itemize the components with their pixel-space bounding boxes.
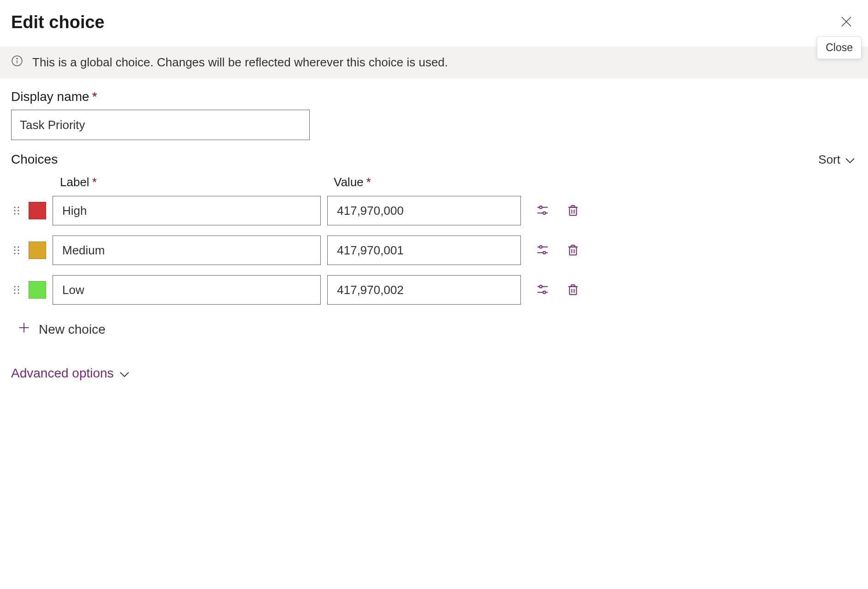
display-name-input[interactable] <box>11 110 310 140</box>
value-column-header: Value* <box>334 175 527 189</box>
display-name-label: Display name* <box>11 89 857 104</box>
svg-point-36 <box>18 289 19 290</box>
choice-delete-button[interactable] <box>564 202 582 219</box>
choice-label-input[interactable] <box>53 275 321 305</box>
choice-row <box>11 236 857 265</box>
svg-point-37 <box>14 292 15 294</box>
svg-point-38 <box>18 292 19 294</box>
trash-icon <box>566 203 580 218</box>
svg-point-26 <box>540 246 543 248</box>
sliders-icon <box>536 243 549 258</box>
close-icon <box>839 23 853 30</box>
svg-point-33 <box>14 286 15 287</box>
svg-rect-29 <box>570 247 577 255</box>
trash-icon <box>566 243 580 258</box>
svg-point-14 <box>543 212 546 214</box>
svg-point-8 <box>18 210 19 211</box>
color-swatch[interactable] <box>29 281 46 299</box>
svg-point-28 <box>543 251 546 254</box>
choice-row <box>11 275 857 305</box>
svg-point-4 <box>17 58 18 59</box>
drag-handle-icon[interactable] <box>11 206 22 216</box>
choice-delete-button[interactable] <box>564 281 582 299</box>
panel-header: Edit choice Close <box>0 0 868 47</box>
choice-value-input[interactable] <box>327 196 521 225</box>
plus-icon <box>18 321 30 337</box>
choice-value-input[interactable] <box>327 275 521 305</box>
svg-point-6 <box>18 206 19 208</box>
close-button[interactable]: Close <box>836 11 857 34</box>
svg-point-19 <box>14 246 15 247</box>
svg-rect-43 <box>570 286 577 294</box>
choice-value-input[interactable] <box>327 236 521 265</box>
svg-point-12 <box>540 206 543 209</box>
svg-point-34 <box>18 286 19 287</box>
svg-point-10 <box>18 213 19 214</box>
info-bar: This is a global choice. Changes will be… <box>0 47 868 78</box>
trash-icon <box>566 283 580 298</box>
svg-point-23 <box>14 253 15 254</box>
choices-heading: Choices <box>11 152 58 167</box>
chevron-down-icon <box>845 153 855 167</box>
choice-label-input[interactable] <box>53 236 321 265</box>
choice-label-input[interactable] <box>53 196 321 225</box>
sliders-icon <box>536 283 549 298</box>
label-column-header: Label* <box>60 175 334 189</box>
svg-point-40 <box>540 285 543 288</box>
svg-point-24 <box>18 253 19 254</box>
new-choice-button[interactable]: New choice <box>0 315 117 337</box>
advanced-options-toggle[interactable]: Advanced options <box>0 337 141 381</box>
svg-point-20 <box>18 246 19 247</box>
choice-row <box>11 196 857 225</box>
sort-button[interactable]: Sort <box>818 153 857 167</box>
svg-point-7 <box>14 210 15 211</box>
choice-settings-button[interactable] <box>534 281 551 299</box>
svg-point-35 <box>14 289 15 290</box>
color-swatch[interactable] <box>29 202 46 219</box>
svg-point-5 <box>14 206 15 208</box>
required-indicator: * <box>92 89 97 104</box>
choices-column-headers: Label* Value* <box>11 175 857 196</box>
drag-handle-icon[interactable] <box>11 285 22 295</box>
svg-point-21 <box>14 249 15 251</box>
svg-point-9 <box>14 213 15 214</box>
choice-settings-button[interactable] <box>534 241 551 259</box>
info-text: This is a global choice. Changes will be… <box>32 55 448 70</box>
svg-point-22 <box>18 249 19 251</box>
choice-settings-button[interactable] <box>534 202 551 219</box>
svg-rect-15 <box>570 207 577 215</box>
svg-point-42 <box>543 291 546 294</box>
info-icon <box>11 55 23 70</box>
sliders-icon <box>536 203 549 218</box>
panel-title: Edit choice <box>11 12 105 32</box>
chevron-down-icon <box>119 366 130 381</box>
close-tooltip: Close <box>817 36 862 59</box>
drag-handle-icon[interactable] <box>11 245 22 255</box>
choice-delete-button[interactable] <box>564 241 582 259</box>
color-swatch[interactable] <box>29 241 46 259</box>
